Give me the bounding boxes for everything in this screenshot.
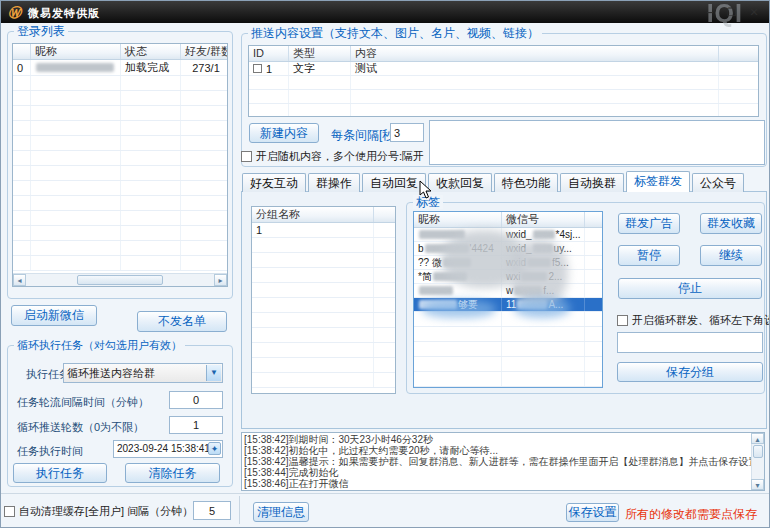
column-header[interactable]: 昵称	[31, 44, 121, 59]
empty-row	[252, 298, 395, 313]
push-table-row[interactable]: 1 文字 测试	[249, 62, 758, 76]
column-header[interactable]: 内容	[351, 46, 719, 61]
row-checkbox[interactable]	[253, 64, 262, 73]
tab-0[interactable]: 好友互动	[242, 173, 306, 192]
chevron-down-icon[interactable]: ▼	[206, 365, 221, 381]
loop-setting-input[interactable]	[617, 332, 763, 353]
column-header[interactable]	[585, 212, 602, 227]
wechat-table-row[interactable]: wf...	[414, 284, 602, 298]
new-content-button[interactable]: 新建内容	[249, 123, 319, 143]
run-task-button[interactable]: 执行任务	[13, 463, 107, 483]
login-table[interactable]: 昵称状态好友/群数 0 加载完成 273/1 ◂ ▸	[12, 43, 228, 287]
wechat-table-row[interactable]: ?? 微wxidf5...	[414, 256, 602, 270]
auto-clean-checkbox[interactable]: 自动清理缓存[全用户] 间隔（分钟）	[4, 504, 193, 519]
empty-row	[252, 283, 395, 298]
log-line: [15:38:44]完成初始化	[244, 467, 750, 478]
empty-row	[252, 328, 395, 343]
scroll-left-icon[interactable]: ◂	[13, 274, 26, 286]
empty-row	[13, 241, 227, 256]
no-send-list-button[interactable]: 不发名单	[137, 311, 227, 332]
clear-task-button[interactable]: 清除任务	[125, 463, 220, 483]
group-table-header: 分组名称	[252, 207, 395, 223]
group-name-table[interactable]: 分组名称 1	[251, 206, 396, 394]
wechat-table[interactable]: 昵称微信号 wxid_*4sj...b'4424wxid_uy...?? 微wx…	[413, 211, 603, 388]
scroll-thumb[interactable]	[77, 275, 163, 285]
maximize-button[interactable]: ❐	[723, 4, 741, 20]
scroll-right-icon[interactable]: ▸	[214, 274, 227, 286]
wechat-table-header: 昵称微信号	[414, 212, 602, 228]
column-header[interactable]: 状态	[121, 44, 181, 59]
column-header[interactable]: 好友/群数	[181, 44, 227, 59]
checkbox-icon[interactable]	[241, 151, 252, 162]
datetime-spinner-icon[interactable]: ✦	[208, 442, 221, 455]
wechat-table-row[interactable]: 够要11A...	[414, 298, 602, 312]
start-new-wechat-button[interactable]: 启动新微信	[11, 305, 97, 326]
column-header[interactable]	[13, 44, 31, 59]
scroll-thumb[interactable]	[753, 445, 763, 458]
clean-info-button[interactable]: 清理信息	[253, 502, 309, 522]
mass-send-favorites-button[interactable]: 群发收藏	[700, 213, 762, 234]
empty-row	[414, 327, 602, 342]
tab-7[interactable]: 公众号	[692, 173, 744, 192]
save-group-button[interactable]: 保存分组	[617, 362, 763, 382]
empty-row	[13, 151, 227, 166]
task-time-label: 任务执行时间	[17, 444, 83, 459]
auto-clean-interval-input[interactable]	[193, 501, 231, 520]
minimize-button[interactable]: –	[701, 4, 719, 20]
push-row-type: 文字	[289, 62, 351, 75]
checkbox-icon[interactable]	[4, 506, 15, 517]
empty-row	[13, 136, 227, 151]
mass-send-ads-button[interactable]: 群发广告	[618, 213, 680, 234]
tab-1[interactable]: 群操作	[308, 173, 360, 192]
tab-3[interactable]: 收款回复	[428, 173, 492, 192]
empty-row	[13, 226, 227, 241]
empty-row	[13, 166, 227, 181]
tab-2[interactable]: 自动回复	[362, 173, 426, 192]
login-row-counts: 273/1	[181, 60, 227, 75]
login-table-row[interactable]: 0 加载完成 273/1	[13, 60, 227, 76]
interval-input[interactable]	[390, 123, 424, 142]
content-textarea[interactable]	[429, 120, 765, 165]
loop-rounds-input[interactable]	[169, 416, 223, 434]
empty-row	[13, 181, 227, 196]
column-header[interactable]: 类型	[289, 46, 351, 61]
loop-rounds-label: 循环推送轮数（0为不限）	[17, 420, 144, 435]
random-content-checkbox[interactable]: 开启随机内容，多个使用分号:隔开	[241, 149, 424, 164]
exec-task-select[interactable]: 循环推送内容给群 ▼	[63, 363, 223, 383]
tab-6[interactable]: 标签群发	[626, 171, 690, 192]
resume-button[interactable]: 继续	[700, 245, 762, 266]
close-button[interactable]: ✕	[745, 4, 763, 20]
column-header[interactable]: 微信号	[502, 212, 585, 227]
wechat-table-row[interactable]: *简wxi2...	[414, 270, 602, 284]
column-header[interactable]: ID	[249, 46, 289, 61]
login-table-hscrollbar[interactable]: ◂ ▸	[13, 273, 227, 286]
column-header[interactable]	[374, 207, 395, 222]
log-vscrollbar[interactable]: ▴ ▾	[751, 433, 764, 490]
title-bar: Ⓦ 微易发特供版 IQI – ❐ ✕	[1, 1, 769, 23]
scroll-up-icon[interactable]: ▴	[751, 433, 764, 444]
push-settings-caption: 推送内容设置（支持文本、图片、名片、视频、链接）	[248, 26, 542, 40]
round-interval-input[interactable]	[169, 391, 223, 409]
empty-row	[414, 312, 602, 327]
tab-4[interactable]: 特色功能	[494, 173, 558, 192]
push-content-table[interactable]: ID类型内容 1 文字 测试	[248, 45, 759, 117]
login-row-index: 0	[13, 60, 31, 75]
wechat-table-row[interactable]: b'4424wxid_uy...	[414, 242, 602, 256]
empty-row	[13, 91, 227, 106]
tab-5[interactable]: 自动换群	[560, 173, 624, 192]
log-box[interactable]: [15:38:42]到期时间：30天23小时46分32秒[15:38:42]初始…	[241, 432, 765, 491]
column-header[interactable]: 昵称	[414, 212, 502, 227]
scroll-down-icon[interactable]: ▾	[751, 479, 764, 490]
stop-button[interactable]: 停止	[618, 278, 762, 299]
column-header[interactable]: 分组名称	[252, 207, 374, 222]
log-line: [15:38:42]初始化中，此过程大约需要20秒，请耐心等待...	[244, 445, 750, 456]
group-table-row[interactable]: 1	[252, 223, 395, 238]
loop-send-checkbox[interactable]: 开启循环群发、循环左下角设置	[617, 313, 770, 328]
checkbox-icon[interactable]	[617, 315, 628, 326]
task-time-picker[interactable]: 2023-09-24 15:38:41 ✦	[113, 440, 223, 458]
wechat-table-row[interactable]: wxid_*4sj...	[414, 228, 602, 242]
task-time-value: 2023-09-24 15:38:41	[117, 443, 210, 454]
pause-button[interactable]: 暂停	[618, 245, 680, 266]
save-settings-button[interactable]: 保存设置	[566, 503, 619, 522]
column-header[interactable]	[719, 46, 758, 61]
